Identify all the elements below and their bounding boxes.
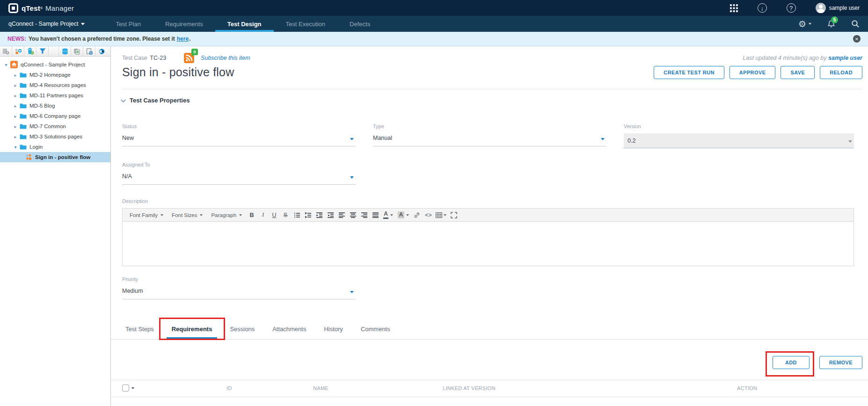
active-tab-underline bbox=[167, 337, 218, 339]
tree-node-folder[interactable]: ▸ MD-4 Resources pages bbox=[0, 80, 110, 90]
folder-icon bbox=[20, 93, 27, 98]
remove-requirement-button[interactable]: REMOVE bbox=[819, 356, 862, 369]
properties-section-toggle[interactable]: Test Case Properties bbox=[122, 97, 862, 104]
insert-table-button[interactable] bbox=[435, 210, 447, 220]
approve-button[interactable]: APPROVE bbox=[729, 66, 776, 79]
tab-requirements[interactable]: Requirements bbox=[163, 326, 221, 339]
reload-button[interactable]: RELOAD bbox=[820, 66, 862, 79]
expand-icon[interactable]: ▸ bbox=[13, 124, 18, 129]
expand-icon[interactable]: ▸ bbox=[13, 134, 18, 139]
expand-icon[interactable]: ▸ bbox=[13, 103, 18, 109]
download-icon[interactable]: ↓ bbox=[758, 3, 767, 13]
save-button[interactable]: SAVE bbox=[780, 66, 815, 79]
module-tabs: Test Plan Requirements Test Design Test … bbox=[103, 16, 382, 32]
align-right-button[interactable] bbox=[359, 210, 369, 220]
tree-node-folder[interactable]: ▸ MD-7 Common bbox=[0, 121, 110, 131]
italic-button[interactable]: I bbox=[258, 210, 268, 220]
status-select[interactable]: New bbox=[122, 133, 356, 146]
expand-icon[interactable]: ▸ bbox=[13, 72, 18, 78]
settings-menu[interactable]: ⚙ bbox=[798, 20, 811, 29]
tab-sessions[interactable]: Sessions bbox=[221, 326, 263, 339]
insert-link-button[interactable] bbox=[412, 210, 422, 220]
tree-node-test-case-selected[interactable]: Sign in - positive flow bbox=[0, 152, 110, 162]
news-here-link[interactable]: here bbox=[177, 36, 189, 42]
tree-node-folder[interactable]: ▸ MD-2 Homepage bbox=[0, 70, 110, 80]
news-label: NEWS: bbox=[7, 36, 26, 42]
notifications-button[interactable]: 5 bbox=[827, 20, 835, 28]
align-center-button[interactable] bbox=[348, 210, 357, 220]
folder-icon bbox=[20, 103, 27, 109]
project-selector[interactable]: qConnect - Sample Project bbox=[8, 16, 85, 32]
data-query-button[interactable] bbox=[59, 46, 71, 56]
background-color-button[interactable]: A bbox=[396, 211, 411, 218]
tab-comments[interactable]: Comments bbox=[352, 326, 399, 339]
search-button[interactable] bbox=[851, 20, 860, 28]
type-label: Type bbox=[373, 123, 606, 129]
tree-node-folder[interactable]: ▸ MD-11 Partners pages bbox=[0, 90, 110, 101]
description-editor-area[interactable] bbox=[123, 222, 853, 266]
rss-subscribe-button[interactable]: 0 bbox=[184, 53, 194, 63]
help-icon[interactable]: ? bbox=[787, 3, 796, 13]
tab-test-design[interactable]: Test Design bbox=[215, 16, 274, 32]
add-requirement-button[interactable]: ADD bbox=[773, 356, 810, 369]
tab-requirements[interactable]: Requirements bbox=[153, 16, 215, 32]
bold-button[interactable]: B bbox=[247, 210, 256, 220]
assigned-to-select[interactable]: N/A bbox=[122, 172, 356, 185]
tree-node-folder[interactable]: ▸ MD-6 Company page bbox=[0, 111, 110, 121]
select-all-checkbox[interactable] bbox=[122, 384, 129, 392]
tree-node-folder[interactable]: ▸ MD-5 Blog bbox=[0, 101, 110, 111]
tab-test-plan[interactable]: Test Plan bbox=[103, 16, 153, 32]
tree-node-folder[interactable]: ▸ MD-3 Solutions pages bbox=[0, 131, 110, 142]
tab-test-execution[interactable]: Test Execution bbox=[274, 16, 338, 32]
status-field: Status New bbox=[122, 123, 356, 148]
tab-history[interactable]: History bbox=[315, 326, 351, 339]
strikethrough-button[interactable]: S bbox=[281, 210, 290, 220]
export-button[interactable] bbox=[71, 46, 83, 56]
add-child-button[interactable] bbox=[12, 46, 24, 56]
apps-grid-icon[interactable] bbox=[730, 4, 738, 12]
code-button[interactable]: <> bbox=[423, 210, 433, 220]
version-value: 0.2 bbox=[627, 138, 635, 144]
numbered-list-button[interactable] bbox=[303, 210, 313, 220]
tree-node-project-root[interactable]: ▾ qConnect - Sample Project bbox=[0, 59, 110, 70]
underline-button[interactable]: U bbox=[270, 210, 279, 220]
user-menu[interactable]: sample user bbox=[816, 3, 860, 13]
paragraph-dropdown[interactable]: Paragraph bbox=[208, 211, 245, 219]
add-test-case-button[interactable] bbox=[0, 46, 12, 56]
last-updated-user-link[interactable]: sample user bbox=[828, 55, 862, 61]
database-icon bbox=[62, 48, 68, 55]
collapse-icon[interactable]: ▾ bbox=[4, 62, 8, 67]
expand-icon[interactable]: ▸ bbox=[13, 93, 18, 98]
tab-attachments[interactable]: Attachments bbox=[263, 326, 315, 339]
subscribe-link[interactable]: Subscribe this item bbox=[201, 55, 250, 61]
text-color-button[interactable]: A bbox=[382, 211, 394, 218]
indent-button[interactable] bbox=[326, 210, 335, 220]
filter-button[interactable] bbox=[36, 46, 49, 56]
tab-test-steps[interactable]: Test Steps bbox=[117, 326, 163, 339]
font-sizes-dropdown[interactable]: Font Sizes bbox=[168, 211, 206, 219]
tree-node-label: MD-5 Blog bbox=[29, 103, 55, 109]
table-icon bbox=[436, 212, 442, 218]
type-select[interactable]: Manual bbox=[373, 133, 606, 146]
font-family-dropdown[interactable]: Font Family bbox=[126, 211, 167, 219]
fullscreen-button[interactable] bbox=[449, 210, 459, 220]
align-left-button[interactable] bbox=[337, 210, 346, 220]
tab-defects[interactable]: Defects bbox=[337, 16, 382, 32]
collapse-icon[interactable]: ▾ bbox=[13, 145, 18, 150]
bullet-list-button[interactable] bbox=[292, 210, 301, 220]
close-icon[interactable]: ✕ bbox=[853, 35, 861, 43]
numbered-list-icon bbox=[305, 212, 311, 218]
select-all-control[interactable] bbox=[122, 384, 134, 392]
expand-icon[interactable]: ▸ bbox=[13, 83, 18, 88]
priority-select[interactable]: Medium bbox=[122, 286, 356, 299]
toggle-view-button[interactable] bbox=[95, 46, 108, 56]
delete-button[interactable] bbox=[24, 46, 36, 56]
chevron-down-icon bbox=[601, 138, 605, 140]
outdent-button[interactable] bbox=[314, 210, 324, 220]
expand-icon[interactable]: ▸ bbox=[13, 114, 18, 119]
registered-mark: ® bbox=[40, 7, 43, 10]
import-button[interactable] bbox=[83, 46, 95, 56]
tree-node-folder-login[interactable]: ▾ Login bbox=[0, 142, 110, 152]
justify-button[interactable] bbox=[371, 210, 380, 220]
create-test-run-button[interactable]: CREATE TEST RUN bbox=[654, 66, 724, 79]
